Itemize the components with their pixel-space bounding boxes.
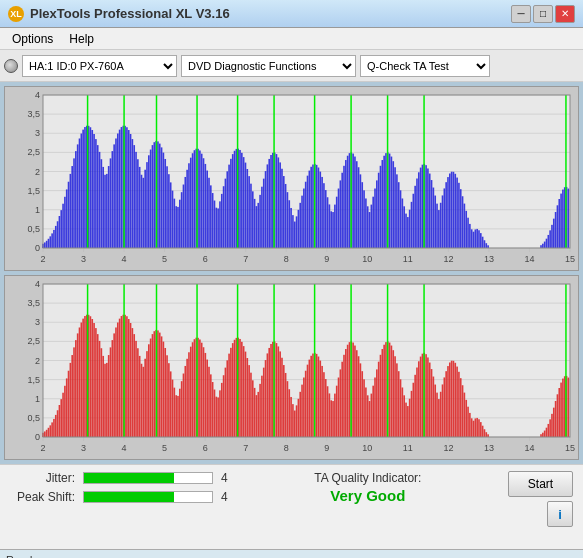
jitter-value: 4 bbox=[221, 471, 228, 485]
toolbar: HA:1 ID:0 PX-760A DVD Diagnostic Functio… bbox=[0, 50, 583, 82]
drive-icon bbox=[4, 59, 18, 73]
start-info-col: Start i bbox=[508, 471, 573, 527]
title-controls: ─ □ ✕ bbox=[511, 5, 575, 23]
metrics-row: Jitter: 4 Peak Shift: 4 TA Quality Indic… bbox=[10, 471, 573, 527]
function-select[interactable]: DVD Diagnostic Functions bbox=[181, 55, 356, 77]
menu-options[interactable]: Options bbox=[4, 28, 61, 49]
title-bar: XL PlexTools Professional XL V3.16 ─ □ ✕ bbox=[0, 0, 583, 28]
close-button[interactable]: ✕ bbox=[555, 5, 575, 23]
jitter-fill bbox=[84, 473, 174, 483]
metrics-right: TA Quality Indicator: Very Good bbox=[314, 471, 421, 504]
peakshift-metric: Peak Shift: 4 bbox=[10, 490, 228, 504]
minimize-button[interactable]: ─ bbox=[511, 5, 531, 23]
window-title: PlexTools Professional XL V3.16 bbox=[30, 6, 230, 21]
jitter-label: Jitter: bbox=[10, 471, 75, 485]
top-chart-canvas bbox=[5, 87, 579, 270]
bottom-chart-canvas bbox=[5, 276, 579, 459]
info-button[interactable]: i bbox=[547, 501, 573, 527]
peakshift-label: Peak Shift: bbox=[10, 490, 75, 504]
peakshift-empty bbox=[174, 492, 212, 502]
ta-quality-label: TA Quality Indicator: bbox=[314, 471, 421, 485]
bottom-panel: Jitter: 4 Peak Shift: 4 TA Quality Indic… bbox=[0, 464, 583, 549]
restore-button[interactable]: □ bbox=[533, 5, 553, 23]
jitter-empty bbox=[174, 473, 212, 483]
start-button[interactable]: Start bbox=[508, 471, 573, 497]
ta-quality-value: Very Good bbox=[330, 487, 405, 504]
test-select[interactable]: Q-Check TA Test bbox=[360, 55, 490, 77]
jitter-bar bbox=[83, 472, 213, 484]
peakshift-bar bbox=[83, 491, 213, 503]
jitter-metric: Jitter: 4 bbox=[10, 471, 228, 485]
charts-area bbox=[0, 82, 583, 464]
ta-quality-block: TA Quality Indicator: Very Good bbox=[314, 471, 421, 504]
title-bar-left: XL PlexTools Professional XL V3.16 bbox=[8, 6, 230, 22]
bottom-chart bbox=[4, 275, 579, 460]
top-chart bbox=[4, 86, 579, 271]
menu-bar: Options Help bbox=[0, 28, 583, 50]
peakshift-fill bbox=[84, 492, 174, 502]
metrics-left: Jitter: 4 Peak Shift: 4 bbox=[10, 471, 228, 504]
status-text: Ready bbox=[6, 554, 38, 559]
status-bar: Ready bbox=[0, 549, 583, 558]
app-icon: XL bbox=[8, 6, 24, 22]
peakshift-value: 4 bbox=[221, 490, 228, 504]
drive-select[interactable]: HA:1 ID:0 PX-760A bbox=[22, 55, 177, 77]
menu-help[interactable]: Help bbox=[61, 28, 102, 49]
